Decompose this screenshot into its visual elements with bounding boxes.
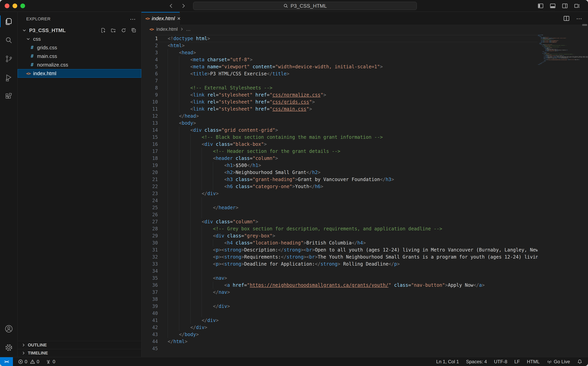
breadcrumb-more[interactable]: … (186, 26, 191, 32)
code-line[interactable]: 18 <header class="column"> (141, 155, 538, 162)
code-content[interactable]: <!-- Black box section containing the ma… (158, 134, 538, 141)
code-line[interactable]: 30 <h4 class="location-heading">British … (141, 239, 538, 246)
status-go-live[interactable]: Go Live (547, 359, 570, 365)
code-content[interactable]: <!doctype html> (158, 35, 538, 42)
status-notifications[interactable] (577, 359, 582, 365)
code-line[interactable]: 4 <meta charset="utf-8"> (141, 56, 538, 63)
code-line[interactable]: 36 <a href="https://neighbourhoodsmallgr… (141, 282, 538, 289)
code-content[interactable]: <div class="grid content-grid"> (158, 127, 538, 134)
code-content[interactable]: <h6 class="category-one">Youth</h6> (158, 183, 538, 190)
code-line[interactable]: 39 </div> (141, 303, 538, 310)
breadcrumb[interactable]: <> index.html … (141, 25, 588, 33)
extensions-icon[interactable] (0, 87, 17, 106)
code-line[interactable]: 13 <body> (141, 120, 538, 127)
zoom-window-icon[interactable] (20, 4, 25, 8)
code-content[interactable]: </head> (158, 113, 538, 120)
code-line[interactable]: 12 </head> (141, 113, 538, 120)
source-control-icon[interactable] (0, 50, 17, 68)
toggle-panel-icon[interactable] (549, 3, 556, 9)
code-content[interactable]: </div> (158, 190, 538, 197)
breadcrumb-file[interactable]: index.html (156, 26, 178, 32)
code-line[interactable]: 6 <title>P3 HTML/CSS Exercise</title> (141, 70, 538, 77)
code-editor[interactable]: 1<!doctype html>2<html>3 <head>4 <meta c… (141, 33, 538, 357)
tree-item-normalize-css[interactable]: #normalize.css (18, 61, 141, 69)
code-line[interactable]: 19 <h1>$500</h1> (141, 162, 538, 169)
close-window-icon[interactable] (5, 4, 9, 8)
settings-gear-icon[interactable] (0, 338, 17, 357)
code-line[interactable]: 27 <div class="column"> (141, 218, 538, 225)
minimap[interactable]: <!doctype html><html> <head> <meta chars… (538, 33, 588, 357)
status-eol[interactable]: LF (514, 359, 520, 365)
code-line[interactable]: 45 (141, 345, 538, 352)
scrollbar-thumb[interactable] (582, 24, 587, 26)
code-content[interactable]: <html> (158, 42, 538, 49)
code-line[interactable]: 16 <div class="black-box"> (141, 141, 538, 148)
refresh-icon[interactable] (121, 28, 126, 33)
code-content[interactable]: <meta charset="utf-8"> (158, 56, 538, 63)
code-content[interactable]: <h2>Neighbourhood Small Grant</h2> (158, 169, 538, 176)
code-line[interactable]: 41 </div> (141, 317, 538, 324)
code-content[interactable]: <p><strong>Deadline for Application:</st… (158, 260, 538, 267)
code-line[interactable]: 15 <!-- Black box section containing the… (141, 134, 538, 141)
code-content[interactable]: <!-- External Stylesheets --> (158, 84, 538, 92)
code-content[interactable]: <meta name="viewport" content="width=dev… (158, 63, 538, 70)
code-content[interactable]: <title>P3 HTML/CSS Exercise</title> (158, 70, 538, 77)
code-line[interactable]: 17 <!-- Header section for the grant det… (141, 148, 538, 155)
collapse-all-icon[interactable] (131, 28, 136, 33)
code-line[interactable]: 3 <head> (141, 49, 538, 56)
code-content[interactable]: <head> (158, 49, 538, 56)
new-file-icon[interactable] (101, 28, 106, 33)
code-content[interactable]: <h4 class="location-heading">British Col… (158, 239, 538, 246)
ports-status[interactable]: 0 (46, 359, 55, 365)
code-line[interactable]: 7 (141, 77, 538, 84)
code-content[interactable] (158, 345, 538, 352)
search-sidebar-icon[interactable] (0, 31, 17, 50)
code-line[interactable]: 14 <div class="grid content-grid"> (141, 127, 538, 134)
remote-indicator[interactable]: >< (0, 357, 13, 366)
code-line[interactable]: 21 <h3 class="grant-heading">Grant by Va… (141, 176, 538, 183)
code-line[interactable]: 5 <meta name="viewport" content="width=d… (141, 63, 538, 70)
code-line[interactable]: 1<!doctype html> (141, 35, 538, 42)
code-line[interactable]: 40 (141, 310, 538, 317)
new-folder-icon[interactable] (111, 28, 116, 33)
code-content[interactable]: <h3 class="grant-heading">Grant by Vanco… (158, 176, 538, 183)
code-line[interactable]: 31 <p><strong>Description:</strong><br>O… (141, 246, 538, 253)
account-icon[interactable] (0, 320, 17, 338)
code-line[interactable]: 38 (141, 296, 538, 303)
toggle-sidebar-left-icon[interactable] (537, 3, 544, 9)
status-cursor-position[interactable]: Ln 1, Col 1 (436, 359, 459, 365)
code-content[interactable]: <link rel="stylesheet" href="css/normali… (158, 92, 538, 99)
run-and-debug-icon[interactable] (0, 68, 17, 87)
editor-more-actions-icon[interactable]: ⋯ (576, 15, 582, 22)
code-content[interactable]: </nav> (158, 289, 538, 296)
code-content[interactable] (158, 267, 538, 274)
code-line[interactable]: 26 (141, 211, 538, 218)
customize-layout-icon[interactable] (574, 3, 580, 9)
code-content[interactable]: <p><strong>Description:</strong><br>Open… (158, 246, 538, 253)
code-content[interactable]: </div> (158, 303, 538, 310)
code-line[interactable]: 28 <!-- Grey box section for description… (141, 225, 538, 232)
tree-item-p3-css-html[interactable]: P3_CSS_HTML (18, 26, 141, 35)
code-line[interactable]: 29 <div class="grey-box"> (141, 232, 538, 239)
code-line[interactable]: 32 <p><strong>Requirements:</strong><br>… (141, 253, 538, 260)
code-content[interactable] (158, 77, 538, 84)
code-line[interactable]: 37 </nav> (141, 289, 538, 296)
code-line[interactable]: 11 <link rel="stylesheet" href="css/main… (141, 106, 538, 113)
code-line[interactable]: 9 <link rel="stylesheet" href="css/norma… (141, 92, 538, 99)
code-content[interactable]: <p><strong>Requirements:</strong><br>The… (158, 253, 538, 260)
section-timeline[interactable]: TIMELINE (18, 349, 141, 357)
status-indentation[interactable]: Spaces: 4 (466, 359, 487, 365)
code-content[interactable]: <!-- Grey box section for description, r… (158, 225, 538, 232)
tree-item-index-html[interactable]: <>index.html (18, 69, 141, 78)
code-line[interactable]: 42 </div> (141, 324, 538, 331)
explorer-icon[interactable] (0, 12, 17, 31)
code-line[interactable]: 35 <nav> (141, 274, 538, 282)
split-editor-icon[interactable] (563, 15, 570, 22)
code-line[interactable]: 10 <link rel="stylesheet" href="css/grid… (141, 99, 538, 106)
code-content[interactable]: </div> (158, 324, 538, 331)
forward-arrow-icon[interactable] (180, 2, 187, 9)
code-content[interactable]: </header> (158, 204, 538, 211)
code-line[interactable]: 43 </body> (141, 331, 538, 338)
code-content[interactable]: <body> (158, 120, 538, 127)
code-content[interactable]: <header class="column"> (158, 155, 538, 162)
